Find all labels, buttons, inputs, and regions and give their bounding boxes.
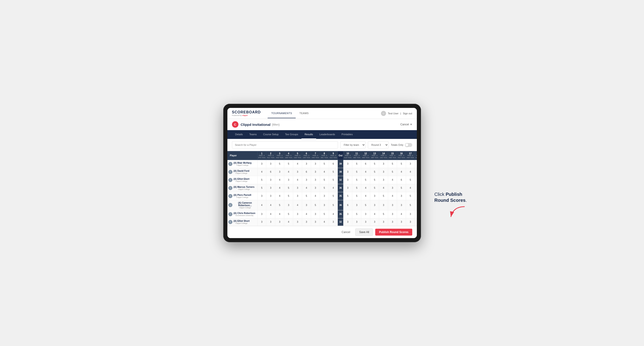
- score-input[interactable]: [372, 179, 377, 181]
- score-input[interactable]: [381, 163, 386, 165]
- hole-7-score[interactable]: [311, 168, 320, 176]
- hole-13-score[interactable]: [370, 200, 379, 210]
- hole-2-score[interactable]: [266, 210, 275, 218]
- score-input[interactable]: [390, 204, 395, 206]
- cancel-button[interactable]: Cancel: [339, 229, 353, 236]
- hole-15-score[interactable]: [388, 176, 397, 184]
- score-input[interactable]: [268, 213, 273, 215]
- hole-6-score[interactable]: [302, 184, 311, 192]
- hole-14-score[interactable]: [379, 210, 388, 218]
- score-input[interactable]: [381, 187, 386, 189]
- hole-1-score[interactable]: [257, 218, 266, 226]
- hole-11-score[interactable]: [352, 184, 361, 192]
- score-input[interactable]: [286, 179, 291, 181]
- hole-13-score[interactable]: [370, 192, 379, 200]
- tab-teams[interactable]: Teams: [246, 130, 260, 139]
- score-input[interactable]: [399, 221, 404, 223]
- score-input[interactable]: [304, 213, 309, 215]
- save-all-button[interactable]: Save All: [355, 228, 373, 236]
- score-input[interactable]: [295, 213, 300, 215]
- hole-17-score[interactable]: [406, 160, 415, 168]
- hole-7-score[interactable]: [311, 200, 320, 210]
- hole-8-score[interactable]: [320, 210, 329, 218]
- totals-toggle-switch[interactable]: [405, 143, 412, 147]
- hole-14-score[interactable]: [379, 218, 388, 226]
- score-input[interactable]: [322, 221, 327, 223]
- hole-6-score[interactable]: [302, 176, 311, 184]
- score-input[interactable]: [390, 187, 395, 189]
- hole-14-score[interactable]: [379, 160, 388, 168]
- score-input[interactable]: [322, 195, 327, 197]
- hole-1-score[interactable]: [257, 210, 266, 218]
- hole-1-score[interactable]: [257, 200, 266, 210]
- hole-5-score[interactable]: [293, 210, 302, 218]
- score-input[interactable]: [408, 204, 413, 206]
- score-input[interactable]: [399, 187, 404, 189]
- score-input[interactable]: [363, 163, 368, 165]
- score-input[interactable]: [372, 163, 377, 165]
- score-input[interactable]: [330, 171, 336, 173]
- hole-4-score[interactable]: [284, 184, 293, 192]
- hole-6-score[interactable]: [302, 160, 311, 168]
- score-input[interactable]: [268, 195, 273, 197]
- hole-16-score[interactable]: [397, 160, 406, 168]
- score-input[interactable]: [363, 187, 368, 189]
- score-input[interactable]: [295, 204, 300, 206]
- hole-4-score[interactable]: [284, 200, 293, 210]
- score-input[interactable]: [313, 187, 318, 189]
- score-input[interactable]: [354, 179, 359, 181]
- hole-2-score[interactable]: [266, 160, 275, 168]
- score-input[interactable]: [372, 195, 377, 197]
- score-input[interactable]: [259, 187, 264, 189]
- sign-out-link[interactable]: Sign out: [403, 112, 412, 115]
- score-input[interactable]: [330, 221, 336, 223]
- hole-4-score[interactable]: [284, 218, 293, 226]
- score-input[interactable]: [259, 195, 264, 197]
- hole-14-score[interactable]: [379, 168, 388, 176]
- hole-1-score[interactable]: [257, 192, 266, 200]
- hole-7-score[interactable]: [311, 184, 320, 192]
- score-input[interactable]: [372, 187, 377, 189]
- hole-3-score[interactable]: [275, 210, 284, 218]
- hole-15-score[interactable]: [388, 192, 397, 200]
- hole-16-score[interactable]: [397, 200, 406, 210]
- score-input[interactable]: [399, 179, 404, 181]
- score-input[interactable]: [408, 163, 413, 165]
- hole-9-score[interactable]: [329, 176, 338, 184]
- hole-10-score[interactable]: [343, 192, 352, 200]
- score-input[interactable]: [345, 221, 350, 223]
- nav-tournaments[interactable]: TOURNAMENTS: [268, 109, 296, 118]
- score-input[interactable]: [313, 179, 318, 181]
- nav-teams[interactable]: TEAMS: [296, 109, 312, 118]
- score-input[interactable]: [354, 187, 359, 189]
- score-input[interactable]: [313, 213, 318, 215]
- score-input[interactable]: [363, 204, 368, 206]
- score-input[interactable]: [399, 163, 404, 165]
- hole-10-score[interactable]: [343, 184, 352, 192]
- hole-8-score[interactable]: [320, 184, 329, 192]
- score-input[interactable]: [399, 171, 404, 173]
- score-input[interactable]: [322, 213, 327, 215]
- score-input[interactable]: [259, 221, 264, 223]
- score-input[interactable]: [354, 204, 359, 206]
- hole-8-score[interactable]: [320, 192, 329, 200]
- hole-18-score[interactable]: [415, 160, 416, 168]
- hole-12-score[interactable]: [361, 200, 370, 210]
- score-input[interactable]: [322, 179, 327, 181]
- hole-9-score[interactable]: [329, 218, 338, 226]
- hole-16-score[interactable]: [397, 218, 406, 226]
- score-input[interactable]: [363, 171, 368, 173]
- hole-14-score[interactable]: [379, 176, 388, 184]
- hole-18-score[interactable]: [415, 210, 416, 218]
- tab-details[interactable]: Details: [232, 130, 246, 139]
- score-input[interactable]: [345, 179, 350, 181]
- hole-18-score[interactable]: [415, 218, 416, 226]
- hole-1-score[interactable]: [257, 160, 266, 168]
- score-input[interactable]: [277, 187, 282, 189]
- score-input[interactable]: [354, 195, 359, 197]
- score-input[interactable]: [268, 171, 273, 173]
- hole-18-score[interactable]: [415, 168, 416, 176]
- hole-2-score[interactable]: [266, 168, 275, 176]
- hole-11-score[interactable]: [352, 160, 361, 168]
- hole-15-score[interactable]: [388, 160, 397, 168]
